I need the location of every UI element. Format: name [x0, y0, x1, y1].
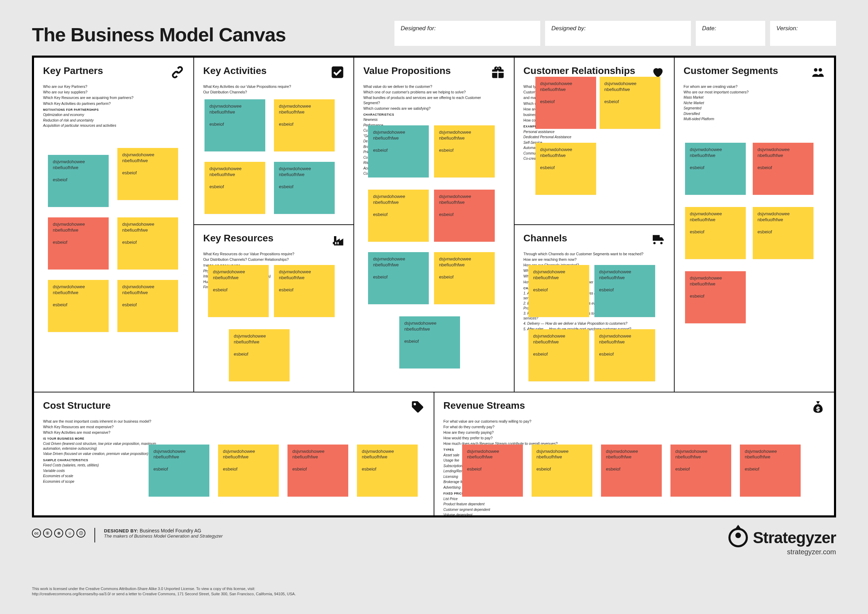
- meta-designed-for[interactable]: Designed for:: [394, 21, 540, 46]
- cell-key-partners: Key Partners Who are our Key Partners?Wh…: [34, 57, 194, 392]
- sticky-note[interactable]: dsjvnwdohoweenbefiuofhfweesbeiof: [274, 265, 335, 317]
- sticky-note[interactable]: dsjvnwdohoweenbefiuofhfweesbeiof: [117, 217, 178, 270]
- note-line: nbefiuofhfwe: [209, 109, 260, 115]
- hint-subline: Newness: [363, 117, 495, 122]
- sticky-note[interactable]: dsjvnwdohoweenbefiuofhfweesbeiof: [601, 445, 662, 497]
- note-line: nbefiuofhfwe: [53, 290, 104, 296]
- sticky-note[interactable]: dsjvnwdohoweenbefiuofhfweesbeiof: [218, 445, 279, 497]
- sticky-note[interactable]: dsjvnwdohoweenbefiuofhfweesbeiof: [685, 143, 746, 195]
- sticky-note[interactable]: dsjvnwdohoweenbefiuofhfweesbeiof: [462, 445, 523, 497]
- sticky-note[interactable]: dsjvnwdohoweenbefiuofhfweesbeiof: [594, 329, 655, 381]
- note-line: nbefiuofhfwe: [53, 228, 104, 233]
- note-line: esbeiof: [606, 467, 657, 472]
- note-line: dsjvnwdohowee: [745, 449, 796, 454]
- sticky-note[interactable]: dsjvnwdohoweenbefiuofhfweesbeiof: [399, 316, 460, 369]
- sticky-note[interactable]: dsjvnwdohoweenbefiuofhfweesbeiof: [48, 280, 108, 332]
- sticky-note[interactable]: dsjvnwdohoweenbefiuofhfweesbeiof: [149, 445, 209, 497]
- note-line: esbeiof: [373, 147, 424, 154]
- sticky-note[interactable]: dsjvnwdohoweenbefiuofhfweesbeiof: [274, 162, 335, 214]
- sticky-note[interactable]: dsjvnwdohoweenbefiuofhfweesbeiof: [229, 329, 290, 381]
- sticky-note[interactable]: dsjvnwdohoweenbefiuofhfweesbeiof: [357, 445, 418, 497]
- meta-version[interactable]: Version:: [770, 21, 836, 46]
- hint-line: Which Key Activities do partners perform…: [43, 101, 175, 106]
- hint-line: Which customer needs are we satisfying?: [363, 106, 495, 111]
- note-line: nbefiuofhfwe: [153, 454, 205, 460]
- note-line: esbeiof: [439, 274, 490, 280]
- license-text: This work is licensed under the Creative…: [32, 586, 296, 597]
- sticky-note[interactable]: dsjvnwdohoweenbefiuofhfweesbeiof: [685, 271, 746, 323]
- divider: [95, 528, 95, 543]
- sticky-note[interactable]: dsjvnwdohoweenbefiuofhfweesbeiof: [205, 162, 265, 214]
- ch-title: Channels: [524, 233, 567, 244]
- moneybag-icon: [811, 400, 825, 416]
- sticky-note[interactable]: dsjvnwdohoweenbefiuofhfweesbeiof: [529, 329, 589, 381]
- license-line1: This work is licensed under the Creative…: [32, 586, 296, 591]
- hint-line: For what value are our customers really …: [443, 419, 575, 424]
- note-line: nbefiuofhfwe: [373, 262, 424, 268]
- meta-designed-by[interactable]: Designed by:: [545, 21, 691, 46]
- sticky-note[interactable]: dsjvnwdohoweenbefiuofhfweesbeiof: [753, 207, 814, 259]
- note-line: dsjvnwdohowee: [540, 147, 591, 153]
- sticky-note[interactable]: dsjvnwdohoweenbefiuofhfweesbeiof: [205, 99, 265, 151]
- hint-subhead: CHARACTERISTICS: [363, 113, 495, 117]
- sticky-note[interactable]: dsjvnwdohoweenbefiuofhfweesbeiof: [368, 190, 429, 242]
- sticky-note[interactable]: dsjvnwdohoweenbefiuofhfweesbeiof: [670, 445, 731, 497]
- note-line: nbefiuofhfwe: [758, 217, 809, 223]
- sticky-note[interactable]: dsjvnwdohoweenbefiuofhfweesbeiof: [48, 155, 108, 207]
- sticky-note[interactable]: dsjvnwdohoweenbefiuofhfweesbeiof: [287, 445, 348, 497]
- note-line: esbeiof: [53, 302, 104, 308]
- hint-line: How are they currently paying?: [443, 430, 575, 435]
- sticky-note[interactable]: dsjvnwdohoweenbefiuofhfweesbeiof: [740, 445, 801, 497]
- hint-subline: Acquisition of particular resources and …: [43, 123, 175, 128]
- hint-subline: Segmented: [684, 106, 815, 111]
- footer: cc ① ⊚ ☺ ⓘ DESIGNED BY: Business Model F…: [32, 528, 836, 556]
- note-line: dsjvnwdohowee: [153, 449, 205, 454]
- sticky-note[interactable]: dsjvnwdohoweenbefiuofhfweesbeiof: [600, 77, 660, 129]
- sticky-note[interactable]: dsjvnwdohoweenbefiuofhfweesbeiof: [274, 99, 335, 151]
- hint-line: Our Distribution Channels? Customer Rela…: [203, 257, 335, 262]
- note-line: esbeiof: [53, 240, 104, 245]
- sticky-note[interactable]: dsjvnwdohoweenbefiuofhfweesbeiof: [434, 190, 495, 242]
- note-line: esbeiof: [758, 229, 809, 235]
- note-line: nbefiuofhfwe: [675, 454, 726, 460]
- sticky-note[interactable]: dsjvnwdohoweenbefiuofhfweesbeiof: [535, 143, 596, 195]
- sticky-note[interactable]: dsjvnwdohoweenbefiuofhfweesbeiof: [368, 126, 429, 177]
- note-line: dsjvnwdohowee: [279, 269, 330, 275]
- note-line: esbeiof: [758, 165, 809, 171]
- hint-subline: Volume dependent: [443, 513, 575, 516]
- sticky-note[interactable]: dsjvnwdohoweenbefiuofhfweesbeiof: [117, 280, 178, 332]
- brand: Strategyzer strategyzer.com: [728, 528, 836, 556]
- sticky-note[interactable]: dsjvnwdohoweenbefiuofhfweesbeiof: [48, 217, 108, 270]
- sticky-note[interactable]: dsjvnwdohoweenbefiuofhfweesbeiof: [685, 207, 746, 259]
- cell-key-resources: Key Resources What Key Resources do our …: [194, 225, 354, 392]
- people-icon: [811, 65, 825, 81]
- note-line: dsjvnwdohowee: [599, 333, 650, 339]
- note-line: esbeiof: [604, 99, 656, 105]
- note-line: esbeiof: [279, 121, 330, 127]
- designed-by-sub: The makers of Business Model Generation …: [104, 533, 223, 539]
- cs-hints: For whom are we creating value?Who are o…: [684, 84, 815, 121]
- sticky-note[interactable]: dsjvnwdohoweenbefiuofhfweesbeiof: [117, 148, 178, 200]
- vp-title: Value Propositions: [363, 65, 451, 76]
- note-line: dsjvnwdohowee: [690, 211, 741, 217]
- sticky-note[interactable]: dsjvnwdohoweenbefiuofhfweesbeiof: [434, 252, 495, 304]
- note-line: nbefiuofhfwe: [223, 454, 274, 460]
- note-line: dsjvnwdohowee: [373, 256, 424, 262]
- checkbox-icon: [330, 65, 344, 81]
- hint-line: Through which Channels do our Customer S…: [524, 251, 656, 256]
- note-line: dsjvnwdohowee: [53, 159, 104, 165]
- hint-subline: Multi-sided Platform: [684, 117, 815, 121]
- sticky-note[interactable]: dsjvnwdohoweenbefiuofhfweesbeiof: [532, 445, 592, 497]
- sticky-note[interactable]: dsjvnwdohoweenbefiuofhfweesbeiof: [368, 252, 429, 304]
- meta-date[interactable]: Date:: [696, 21, 765, 46]
- hint-line: Who are our Key Partners?: [43, 84, 175, 89]
- sticky-note[interactable]: dsjvnwdohoweenbefiuofhfweesbeiof: [208, 265, 269, 317]
- hint-line: Who are our most important customers?: [684, 90, 815, 95]
- sticky-note[interactable]: dsjvnwdohoweenbefiuofhfweesbeiof: [434, 126, 495, 177]
- note-line: dsjvnwdohowee: [223, 449, 274, 454]
- sticky-note[interactable]: dsjvnwdohoweenbefiuofhfweesbeiof: [529, 265, 589, 317]
- sticky-note[interactable]: dsjvnwdohoweenbefiuofhfweesbeiof: [535, 77, 596, 129]
- note-line: nbefiuofhfwe: [533, 275, 584, 281]
- sticky-note[interactable]: dsjvnwdohoweenbefiuofhfweesbeiof: [594, 265, 655, 317]
- sticky-note[interactable]: dsjvnwdohoweenbefiuofhfweesbeiof: [753, 143, 814, 195]
